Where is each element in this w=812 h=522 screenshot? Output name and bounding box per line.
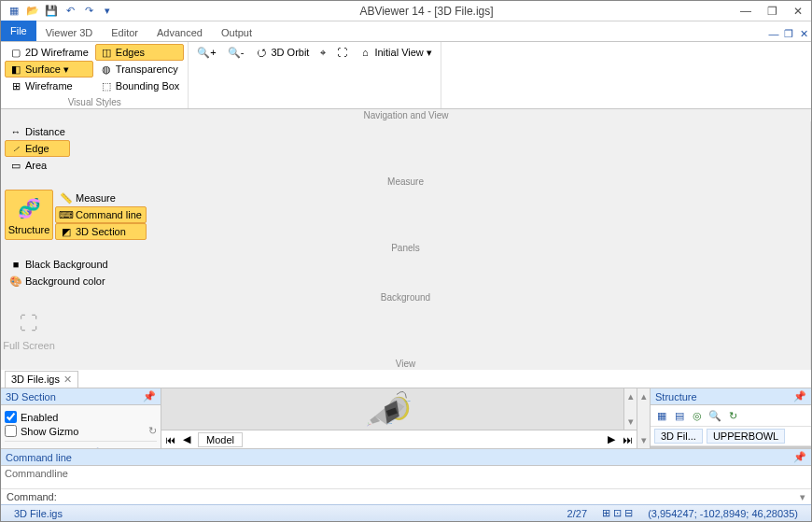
tool-icon[interactable]: 🔍 bbox=[707, 408, 722, 423]
group-label: Panels bbox=[1, 242, 810, 254]
window-title: ABViewer 14 - [3D File.igs] bbox=[120, 5, 733, 18]
document-tabs: 3D File.igs ✕ bbox=[1, 370, 811, 388]
btn-measure-panel[interactable]: 📏Measure bbox=[55, 190, 147, 206]
svg-text:R 42.00: R 42.00 bbox=[406, 401, 411, 402]
btn-full-screen[interactable]: ⛶Full Screen bbox=[5, 305, 53, 356]
btn-transparency[interactable]: ◍Transparency bbox=[95, 61, 185, 78]
tool-icon[interactable]: ◎ bbox=[690, 408, 705, 423]
tab-viewer3d[interactable]: Viewer 3D bbox=[36, 24, 103, 41]
btn-3d-section[interactable]: ◩3D Section bbox=[55, 223, 147, 240]
document-tab[interactable]: 3D File.igs ✕ bbox=[5, 371, 78, 388]
mdi-minimize-icon[interactable]: — bbox=[766, 26, 781, 41]
btn-edge[interactable]: ⟋Edge bbox=[5, 140, 70, 157]
group-background: ■Black Background 🎨Background color Back… bbox=[1, 254, 811, 303]
zoom-window-icon[interactable]: ⌖ bbox=[315, 44, 330, 61]
zoom-fit-icon[interactable]: ⛶ bbox=[332, 44, 352, 61]
btn-2d-wireframe[interactable]: ▢2D Wireframe bbox=[5, 44, 93, 61]
qat-dropdown-icon[interactable]: ▾ bbox=[100, 4, 115, 19]
fullscreen-icon: ⛶ bbox=[16, 311, 42, 337]
ribbon-tabs: File Viewer 3D Editor Advanced Output — … bbox=[1, 21, 811, 42]
section-icon: ◩ bbox=[60, 225, 73, 238]
model-tab[interactable]: Model bbox=[198, 432, 243, 447]
btn-initial-view[interactable]: ⌂Initial View ▾ bbox=[354, 44, 436, 61]
panel-header: 3D Section 📌 bbox=[1, 388, 161, 405]
tool-icon[interactable]: ▤ bbox=[672, 408, 687, 423]
pin-icon[interactable]: 📌 bbox=[793, 451, 806, 463]
zoom-out-icon[interactable]: 🔍- bbox=[223, 44, 249, 61]
main-area: 3D Section 📌 Enabled ↻ Show Gizmo ✂ ✂ ⊕ … bbox=[1, 388, 811, 448]
btn-surface[interactable]: ◧Surface ▾ bbox=[5, 61, 93, 78]
scrollbar[interactable]: ▴▾ bbox=[637, 388, 651, 448]
command-input[interactable] bbox=[63, 489, 794, 504]
status-pages: 2/27 bbox=[560, 508, 595, 519]
tool-icon[interactable]: ↻ bbox=[725, 408, 740, 423]
tab-editor[interactable]: Editor bbox=[102, 24, 147, 41]
tab-file[interactable]: File bbox=[1, 21, 36, 41]
wire-icon: ⊞ bbox=[9, 79, 22, 92]
model-render: R 42.00 72.00 bbox=[161, 388, 623, 430]
btn-area[interactable]: ▭Area bbox=[5, 157, 70, 174]
area-icon: ▭ bbox=[9, 159, 22, 172]
ribbon: ▢2D Wireframe ◧Surface ▾ ⊞Wireframe ◫Edg… bbox=[1, 42, 811, 109]
qat-open-icon[interactable]: 📂 bbox=[25, 4, 40, 19]
pin-icon[interactable]: 📌 bbox=[793, 390, 806, 402]
qat-save-icon[interactable]: 💾 bbox=[44, 4, 59, 19]
scroll-down-icon[interactable]: ▾ bbox=[628, 416, 634, 428]
btn-black-background[interactable]: ■Black Background bbox=[5, 256, 113, 273]
group-label: Background bbox=[1, 291, 810, 303]
tab-output[interactable]: Output bbox=[212, 24, 261, 41]
refresh-icon[interactable]: ↻ bbox=[148, 425, 157, 437]
structure-toolbar: ▦ ▤ ◎ 🔍 ↻ bbox=[651, 405, 811, 427]
btn-bbox[interactable]: ⬚Bounding Box bbox=[95, 78, 185, 94]
pin-icon[interactable]: 📌 bbox=[143, 390, 156, 402]
crumb[interactable]: UPPERBOWL bbox=[707, 429, 785, 444]
btn-structure[interactable]: 🧬Structure bbox=[5, 190, 53, 240]
quick-access-toolbar: ▦ 📂 💾 ↶ ↷ ▾ bbox=[1, 4, 120, 19]
group-label: Visual Styles bbox=[1, 96, 188, 108]
group-visual-styles: ▢2D Wireframe ◧Surface ▾ ⊞Wireframe ◫Edg… bbox=[1, 42, 189, 108]
first-icon[interactable]: ⏮ bbox=[165, 434, 175, 445]
close-button[interactable]: ✕ bbox=[785, 1, 811, 21]
section-toolbar: ✂ ✂ ⊕ ⊕ ↔ ⟲ bbox=[5, 441, 157, 448]
scroll-up-icon[interactable]: ▴ bbox=[628, 390, 634, 402]
qat-redo-icon[interactable]: ↷ bbox=[81, 4, 96, 19]
tool-icon[interactable]: ▦ bbox=[654, 408, 669, 423]
btn-command-line[interactable]: ⌨Command line bbox=[55, 206, 147, 223]
group-label: View bbox=[1, 358, 810, 370]
btn-wireframe[interactable]: ⊞Wireframe bbox=[5, 78, 93, 94]
window-controls: — ❐ ✕ bbox=[733, 1, 811, 21]
btn-background-color[interactable]: 🎨Background color bbox=[5, 273, 113, 289]
qat-new-icon[interactable]: ▦ bbox=[7, 4, 21, 19]
btn-edges[interactable]: ◫Edges bbox=[95, 44, 185, 61]
snap-icon[interactable]: ⊞ ⊡ ⊟ bbox=[595, 507, 640, 519]
restore-button[interactable]: ❐ bbox=[759, 1, 785, 21]
crumb[interactable]: 3D Fil... bbox=[654, 429, 703, 444]
tab-advanced[interactable]: Advanced bbox=[147, 24, 212, 41]
group-label: Measure bbox=[1, 176, 810, 188]
canvas[interactable]: R 42.00 72.00 bbox=[161, 388, 623, 430]
btn-3d-orbit[interactable]: ⭯3D Orbit bbox=[250, 44, 314, 61]
mdi-restore-icon[interactable]: ❐ bbox=[781, 26, 796, 41]
chevron-down-icon: ▾ bbox=[427, 47, 432, 59]
btn-distance[interactable]: ↔Distance bbox=[5, 123, 70, 140]
prev-icon[interactable]: ◀ bbox=[183, 433, 190, 445]
terminal-icon: ⌨ bbox=[60, 208, 73, 221]
breadcrumb: 3D Fil... UPPERBOWL bbox=[651, 427, 811, 446]
panel-header: Structure 📌 bbox=[651, 388, 811, 405]
zoom-in-icon[interactable]: 🔍+ bbox=[192, 44, 220, 61]
chevron-down-icon[interactable]: ▾ bbox=[794, 491, 811, 503]
qat-undo-icon[interactable]: ↶ bbox=[63, 4, 77, 19]
last-icon[interactable]: ⏭ bbox=[623, 434, 633, 445]
gizmo-checkbox[interactable]: Show Gizmo bbox=[5, 425, 148, 437]
titlebar: ▦ 📂 💾 ↶ ↷ ▾ ABViewer 14 - [3D File.igs] … bbox=[1, 1, 811, 21]
next-icon[interactable]: ▶ bbox=[608, 433, 615, 445]
close-icon[interactable]: ✕ bbox=[63, 374, 72, 386]
svg-line-6 bbox=[369, 424, 371, 425]
vertical-scrollbar[interactable]: ▴▾ bbox=[623, 388, 637, 430]
mdi-close-icon[interactable]: ✕ bbox=[796, 26, 811, 41]
enabled-checkbox[interactable]: Enabled bbox=[5, 411, 157, 423]
minimize-button[interactable]: — bbox=[733, 1, 759, 21]
svg-text:72.00: 72.00 bbox=[389, 423, 393, 424]
ruler-icon: 📏 bbox=[60, 191, 73, 205]
panel-header: Command line 📌 bbox=[1, 449, 811, 466]
